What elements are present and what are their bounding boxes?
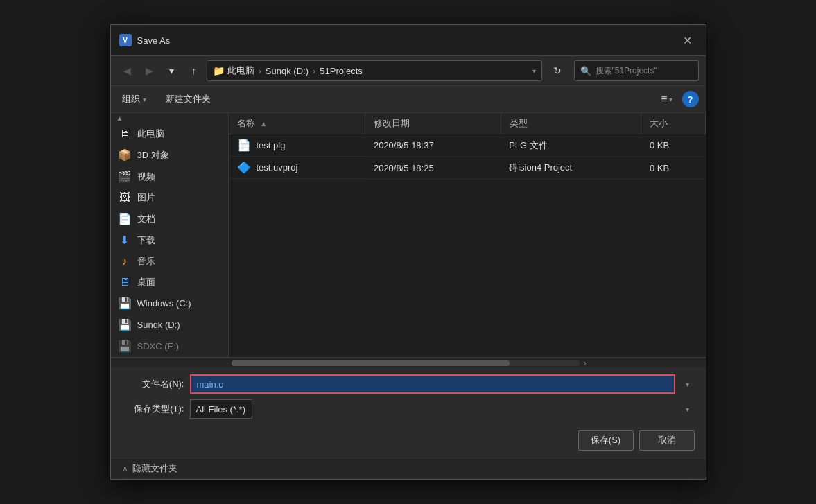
filetype-select-wrapper: All Files (*.*) ▾	[190, 399, 695, 419]
address-dropdown-arrow[interactable]: ▾	[532, 67, 536, 75]
file-type-uvproj: 碍ision4 Project	[501, 157, 641, 179]
this-pc-icon: 🖥	[118, 128, 132, 140]
save-as-dialog: V Save As ✕ ◀ ▶ ▾ ↑ 📁 此电脑 › Sunqk (D:) ›…	[110, 24, 706, 480]
sidebar-scroll: 🖥 此电脑 📦 3D 对象 🎬 视频 🖼 图片 📄 文档	[111, 123, 228, 357]
path-part-3: 51Projects	[320, 66, 362, 76]
horizontal-scrollbar[interactable]	[232, 360, 580, 366]
sidebar-item-documents[interactable]: 📄 文档	[111, 208, 228, 229]
file-date-plg: 2020/8/5 18:37	[365, 134, 501, 157]
close-button[interactable]: ✕	[678, 31, 697, 50]
videos-label: 视频	[137, 171, 155, 183]
this-pc-label: 此电脑	[137, 128, 164, 140]
back-button[interactable]: ◀	[118, 61, 137, 80]
windows-c-label: Windows (C:)	[137, 298, 191, 309]
view-arrow: ▾	[669, 96, 672, 103]
videos-icon: 🎬	[118, 170, 132, 183]
sdxc-e-icon: 💾	[118, 340, 132, 353]
3d-objects-icon: 📦	[118, 148, 132, 162]
view-button[interactable]: ≡ ▾	[657, 90, 676, 108]
hide-folders-label: 隐藏文件夹	[132, 462, 177, 475]
toolbar-right: ≡ ▾ ?	[657, 90, 698, 108]
filename-dropdown-arrow[interactable]: ▾	[681, 381, 695, 388]
refresh-button[interactable]: ↻	[548, 61, 567, 80]
toolbar: 组织 ▾ 新建文件夹 ≡ ▾ ?	[111, 86, 706, 113]
file-type-plg: PLG 文件	[501, 134, 641, 157]
file-size-plg: 0 KB	[641, 134, 705, 157]
filename-label: 文件名(N):	[122, 378, 184, 390]
sidebar-item-sunqk-d[interactable]: 💾 Sunqk (D:)	[111, 314, 228, 336]
sidebar-item-pictures[interactable]: 🖼 图片	[111, 187, 228, 208]
sunqk-d-icon: 💾	[118, 318, 132, 331]
cancel-button[interactable]: 取消	[639, 430, 695, 451]
new-folder-button[interactable]: 新建文件夹	[162, 90, 215, 108]
sidebar-item-3d-objects[interactable]: 📦 3D 对象	[111, 144, 228, 166]
sidebar-collapse[interactable]: ▲	[111, 113, 228, 123]
file-name-uvproj: test.uvproj	[257, 162, 298, 173]
footer-row: ∧ 隐藏文件夹	[111, 458, 706, 479]
sidebar: ▲ 🖥 此电脑 📦 3D 对象 🎬 视频 🖼 图片	[111, 113, 229, 357]
col-date[interactable]: 修改日期	[365, 113, 501, 134]
organize-arrow: ▾	[143, 96, 146, 103]
pictures-icon: 🖼	[118, 191, 132, 204]
save-button[interactable]: 保存(S)	[578, 430, 634, 451]
pictures-label: 图片	[137, 191, 155, 204]
sidebar-item-videos[interactable]: 🎬 视频	[111, 166, 228, 187]
3d-objects-label: 3D 对象	[137, 149, 169, 162]
documents-icon: 📄	[118, 212, 132, 225]
downloads-label: 下载	[137, 234, 155, 247]
scroll-right[interactable]: ›	[582, 358, 588, 368]
filetype-dropdown-arrow: ▾	[686, 406, 689, 413]
scrollbar-thumb	[232, 360, 510, 366]
organize-button[interactable]: 组织 ▾	[118, 90, 150, 108]
forward-button[interactable]: ▶	[140, 61, 159, 80]
col-size[interactable]: 大小	[641, 113, 705, 134]
file-icon-plg: 📄	[237, 139, 251, 152]
filename-input[interactable]	[190, 374, 675, 394]
title-bar: V Save As ✕	[111, 25, 706, 56]
sidebar-item-this-pc[interactable]: 🖥 此电脑	[111, 123, 228, 144]
music-icon: ♪	[118, 255, 132, 268]
table-row[interactable]: 📄 test.plg 2020/8/5 18:37 PLG 文件 0 KB	[229, 134, 706, 157]
sort-arrow: ▲	[260, 120, 267, 128]
nav-bar: ◀ ▶ ▾ ↑ 📁 此电脑 › Sunqk (D:) › 51Projects …	[111, 56, 706, 86]
sidebar-item-desktop[interactable]: 🖥 桌面	[111, 272, 228, 293]
documents-label: 文档	[137, 213, 155, 225]
sidebar-item-music[interactable]: ♪ 音乐	[111, 251, 228, 272]
bottom-area: 文件名(N): ▾ 保存类型(T): All Files (*.*) ▾ 保存(…	[111, 367, 706, 458]
col-name[interactable]: 名称 ▲	[229, 113, 365, 134]
help-button[interactable]: ?	[682, 91, 699, 107]
sidebar-item-downloads[interactable]: ⬇ 下载	[111, 229, 228, 251]
filetype-select[interactable]: All Files (*.*)	[190, 399, 252, 419]
downloads-icon: ⬇	[118, 234, 132, 247]
table-row[interactable]: 🔷 test.uvproj 2020/8/5 18:25 碍ision4 Pro…	[229, 157, 706, 179]
buttons-row: 保存(S) 取消	[122, 426, 695, 451]
hide-folders-button[interactable]: ∧ 隐藏文件夹	[122, 462, 177, 475]
address-bar[interactable]: 📁 此电脑 › Sunqk (D:) › 51Projects ▾	[207, 60, 542, 81]
search-box[interactable]: 🔍 搜索"51Projects"	[574, 60, 699, 81]
dialog-title: Save As	[137, 35, 678, 46]
filetype-label: 保存类型(T):	[122, 403, 184, 415]
path-part-2: Sunqk (D:)	[266, 66, 309, 76]
search-icon: 🔍	[580, 66, 591, 76]
view-icon: ≡	[661, 93, 667, 105]
organize-label: 组织	[122, 93, 140, 105]
filename-row: 文件名(N): ▾	[122, 374, 695, 394]
file-size-uvproj: 0 KB	[641, 157, 705, 179]
content-area: ▲ 🖥 此电脑 📦 3D 对象 🎬 视频 🖼 图片	[111, 113, 706, 358]
hide-folders-icon: ∧	[122, 464, 128, 473]
file-table: 名称 ▲ 修改日期 类型 大小	[229, 113, 706, 180]
desktop-label: 桌面	[137, 276, 155, 288]
sidebar-item-windows-c[interactable]: 💾 Windows (C:)	[111, 293, 228, 314]
app-icon: V	[119, 34, 132, 46]
sidebar-item-sdxc-e[interactable]: 💾 SDXC (E:)	[111, 336, 228, 357]
music-label: 音乐	[137, 255, 155, 268]
col-type[interactable]: 类型	[501, 113, 641, 134]
dropdown-button[interactable]: ▾	[162, 61, 182, 80]
file-list: 名称 ▲ 修改日期 类型 大小	[229, 113, 706, 357]
windows-c-icon: 💾	[118, 297, 132, 310]
up-button[interactable]: ↑	[184, 61, 204, 80]
file-name-plg: test.plg	[257, 140, 286, 150]
path-part-1: 此电脑	[227, 64, 254, 77]
sunqk-d-label: Sunqk (D:)	[137, 320, 180, 330]
desktop-icon: 🖥	[118, 276, 132, 288]
